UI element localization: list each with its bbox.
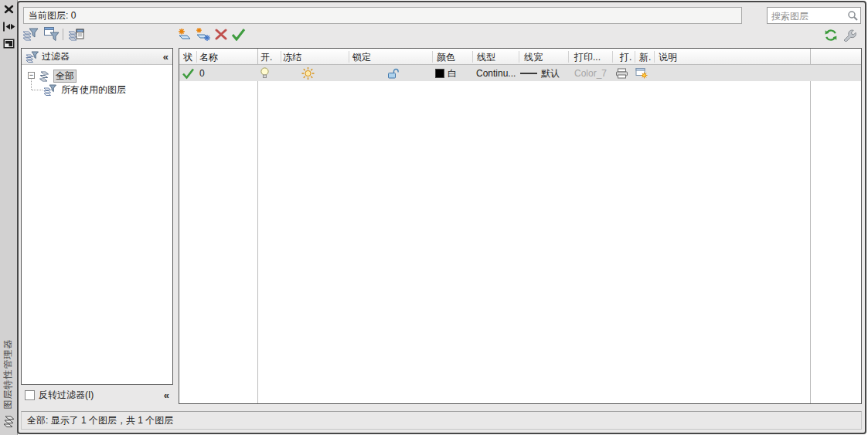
search-box — [767, 7, 861, 24]
tree-expander-icon[interactable]: − — [28, 72, 35, 79]
close-icon[interactable] — [4, 5, 14, 14]
column-divider — [810, 49, 811, 403]
col-plotstyle[interactable]: 打印... — [574, 51, 601, 64]
col-freeze[interactable]: 冻结 — [283, 51, 301, 64]
filter-header-icon — [26, 51, 39, 63]
set-current-icon[interactable] — [231, 28, 246, 41]
magnifier-icon — [847, 10, 858, 21]
col-description[interactable]: 说明 — [659, 51, 677, 64]
col-plot[interactable]: 打. — [620, 51, 631, 64]
tree-node-all-used-layers-label[interactable]: 所有使用的图层 — [59, 84, 128, 96]
layers-stack-icon — [2, 415, 15, 429]
linetype-value[interactable]: Continu... — [476, 68, 516, 79]
layer-name[interactable]: 0 — [199, 68, 205, 79]
bulb-on-icon[interactable] — [260, 67, 270, 80]
col-linetype[interactable]: 线型 — [477, 51, 495, 64]
layer-row[interactable]: 0 白 Cont — [179, 65, 861, 81]
auto-hide-icon[interactable] — [2, 21, 15, 32]
layer-properties-manager-palette: { "palette": { "vertical_title": "图层特性管理… — [0, 0, 868, 435]
column-divider — [257, 49, 258, 403]
filter-panel-header: 过滤器 « — [22, 49, 172, 65]
new-layer-icon[interactable] — [177, 28, 192, 41]
invert-filter-checkbox[interactable] — [25, 390, 35, 400]
tree-connector — [32, 90, 43, 91]
current-layer-bar: 当前图层: 0 — [23, 7, 742, 24]
layer-list-header: 状 名称 开. 冻结 锁定 颜色 线型 线宽 打印... 打. 新. 说明 — [179, 49, 861, 65]
new-property-filter-icon[interactable] — [22, 27, 39, 41]
tree-node-all[interactable]: 全部 — [39, 70, 77, 83]
sun-thaw-icon[interactable] — [301, 66, 315, 80]
col-name[interactable]: 名称 — [199, 51, 218, 64]
col-newvp[interactable]: 新. — [639, 51, 651, 64]
layer-list: 状 名称 开. 冻结 锁定 颜色 线型 线宽 打印... 打. 新. 说明 0 — [179, 48, 862, 404]
properties-menu-icon[interactable] — [3, 39, 15, 49]
search-input[interactable] — [770, 8, 847, 24]
refresh-icon[interactable] — [824, 29, 838, 42]
property-filter-icon — [43, 84, 56, 96]
col-lineweight[interactable]: 线宽 — [524, 51, 543, 64]
filter-panel-title: 过滤器 — [42, 50, 163, 63]
col-lock[interactable]: 锁定 — [352, 51, 371, 64]
col-on[interactable]: 开. — [260, 51, 272, 64]
current-layer-check-icon — [182, 67, 195, 79]
color-swatch[interactable] — [435, 69, 444, 78]
lineweight-sample — [520, 73, 537, 74]
new-group-filter-icon[interactable] — [43, 26, 60, 41]
toolbar-separator — [63, 29, 63, 40]
color-name[interactable]: 白 — [448, 66, 457, 80]
layers-stack-icon — [39, 70, 51, 82]
current-layer-label: 当前图层: 0 — [29, 10, 76, 21]
unlock-icon[interactable] — [386, 67, 399, 79]
new-vp-freeze-icon[interactable] — [635, 67, 648, 80]
new-layer-vp-frozen-icon[interactable] — [195, 27, 212, 42]
invert-filter-row: 反转过滤器(I) « — [21, 387, 173, 403]
tree-node-all-used-layers[interactable]: 所有使用的图层 — [43, 84, 128, 96]
lineweight-value[interactable]: 默认 — [541, 66, 560, 80]
palette-title-vertical: 图层特性管理器 — [2, 337, 15, 411]
col-color[interactable]: 颜色 — [437, 51, 455, 64]
tree-node-all-label[interactable]: 全部 — [53, 70, 77, 83]
status-bar: 全部: 显示了 1 个图层，共 1 个图层 — [21, 411, 862, 430]
invert-filter-label[interactable]: 反转过滤器(I) — [39, 389, 164, 402]
filter-tree: − 全部 所有使用的图层 — [22, 66, 172, 384]
collapse-tree-icon[interactable]: « — [164, 390, 169, 400]
delete-layer-icon[interactable] — [214, 29, 228, 40]
filter-panel: 过滤器 « − 全部 所有使用的图层 — [21, 48, 173, 385]
plot-style-value: Color_7 — [574, 68, 607, 79]
printer-plot-icon[interactable] — [615, 68, 628, 79]
col-status[interactable]: 状 — [183, 51, 192, 64]
collapse-filter-panel-icon[interactable]: « — [163, 52, 168, 62]
settings-wrench-icon[interactable] — [842, 28, 857, 42]
tree-connector — [31, 80, 32, 90]
palette-titlebar[interactable]: 图层特性管理器 — [0, 0, 18, 435]
layer-states-manager-icon[interactable] — [68, 27, 84, 41]
status-text: 全部: 显示了 1 个图层，共 1 个图层 — [27, 415, 173, 426]
